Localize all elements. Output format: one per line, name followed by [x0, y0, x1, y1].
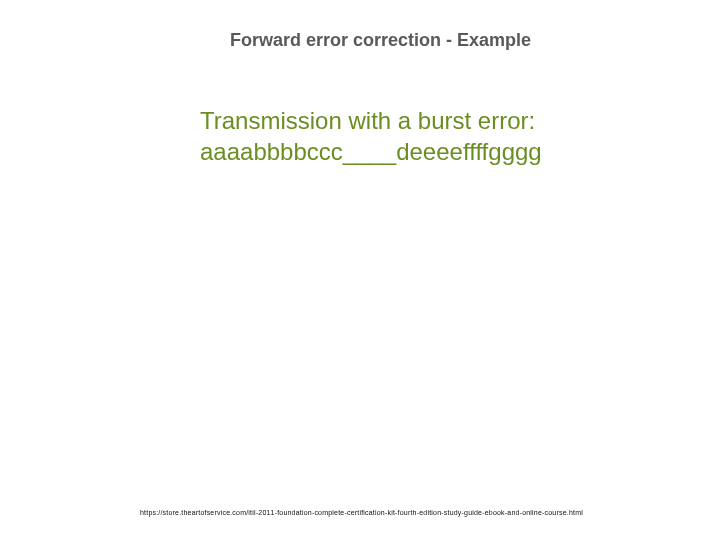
slide-title: Forward error correction - Example [230, 30, 531, 51]
body-line-2: aaaabbbbccc____deeeeffffgggg [200, 136, 660, 167]
footer-url: https://store.theartofservice.com/itil-2… [140, 509, 680, 516]
slide: Forward error correction - Example Trans… [0, 0, 720, 540]
slide-body: Transmission with a burst error: aaaabbb… [200, 105, 660, 167]
body-line-1: Transmission with a burst error: [200, 105, 660, 136]
